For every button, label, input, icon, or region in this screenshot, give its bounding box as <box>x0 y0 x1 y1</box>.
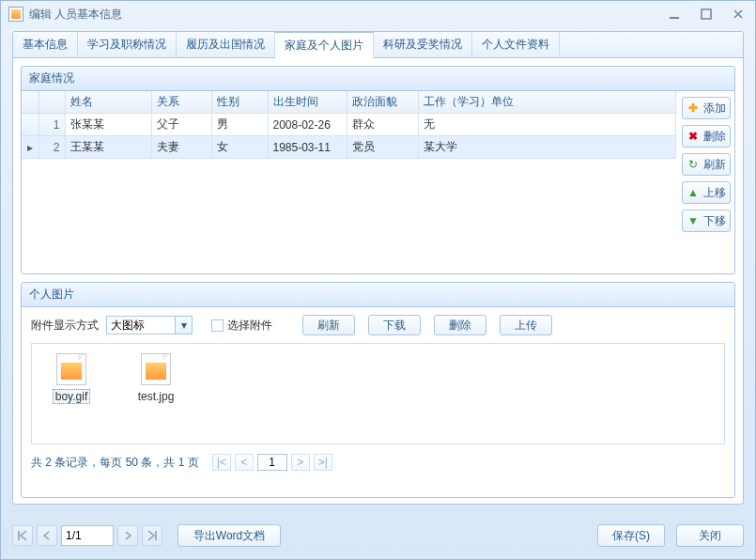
col-workplace[interactable]: 工作（学习）单位 <box>418 91 676 114</box>
col-name[interactable]: 姓名 <box>65 91 151 114</box>
close-dialog-button[interactable]: 关闭 <box>676 524 744 547</box>
row-indicator: ▸ <box>22 136 39 159</box>
content-panel: 基本信息 学习及职称情况 履历及出国情况 家庭及个人图片 科研及受奖情况 个人文… <box>12 31 744 505</box>
images-toolbar: 附件显示方式 ▾ 选择附件 刷新 下载 删除 上传 <box>31 315 725 335</box>
img-upload-button[interactable]: 上传 <box>500 315 552 335</box>
row-number: 2 <box>39 136 65 159</box>
nav-position[interactable] <box>61 525 114 546</box>
thumbnail-item[interactable]: boy.gif <box>41 353 101 434</box>
tab-family[interactable]: 家庭及个人图片 <box>275 32 374 58</box>
cell-gender[interactable]: 女 <box>211 136 268 159</box>
nav-next[interactable] <box>117 525 138 546</box>
table-row[interactable]: 1张某某父子男2008-02-26群众无 <box>22 114 676 136</box>
file-name: test.jpg <box>135 389 177 404</box>
svg-rect-1 <box>702 9 711 19</box>
col-birth[interactable]: 出生时间 <box>268 91 347 114</box>
pager-last[interactable]: >| <box>314 454 332 471</box>
images-pager: 共 2 条记录，每页 50 条，共 1 页 |< < > >| <box>31 454 725 471</box>
x-icon: ✖ <box>687 130 700 143</box>
col-political[interactable]: 政治面貌 <box>347 91 418 114</box>
cell-name[interactable]: 张某某 <box>65 114 151 136</box>
cell-workplace[interactable]: 某大学 <box>418 136 676 159</box>
pager-first[interactable]: |< <box>212 454 231 471</box>
display-mode-combo[interactable]: ▾ <box>106 316 193 334</box>
cell-gender[interactable]: 男 <box>211 114 268 136</box>
tab-study[interactable]: 学习及职称情况 <box>78 32 177 57</box>
nav-first[interactable] <box>12 525 33 546</box>
images-title: 个人图片 <box>22 283 734 307</box>
thumbnail-item[interactable]: test.jpg <box>126 353 186 434</box>
display-mode-label: 附件显示方式 <box>31 318 99 334</box>
cell-workplace[interactable]: 无 <box>418 114 676 136</box>
display-mode-input[interactable] <box>106 316 176 334</box>
file-icon <box>141 353 171 385</box>
close-button[interactable] <box>729 7 748 22</box>
select-attachment-checkbox[interactable] <box>211 319 224 332</box>
cell-birth[interactable]: 1985-03-11 <box>268 136 347 159</box>
arrow-down-icon: ▼ <box>687 214 700 227</box>
export-word-button[interactable]: 导出Word文档 <box>177 524 281 547</box>
select-attachment-label: 选择附件 <box>227 319 272 332</box>
tab-files[interactable]: 个人文件资料 <box>472 32 560 57</box>
col-relation[interactable]: 关系 <box>151 91 211 114</box>
save-button[interactable]: 保存(S) <box>597 524 665 547</box>
record-navigator <box>12 525 162 546</box>
chevron-down-icon[interactable]: ▾ <box>176 316 193 334</box>
cell-birth[interactable]: 2008-02-26 <box>268 114 347 136</box>
minimize-button[interactable] <box>665 7 684 22</box>
delete-button[interactable]: ✖删除 <box>682 125 731 148</box>
footer: 导出Word文档 保存(S) 关闭 <box>12 521 744 550</box>
cell-relation[interactable]: 夫妻 <box>151 136 211 159</box>
img-download-button[interactable]: 下载 <box>368 315 421 335</box>
cell-political[interactable]: 群众 <box>347 114 418 136</box>
family-grid[interactable]: 姓名 关系 性别 出生时间 政治面貌 工作（学习）单位 1张某某父子男2008-… <box>22 91 676 275</box>
add-button[interactable]: ✚添加 <box>682 97 731 119</box>
pager-summary: 共 2 条记录，每页 50 条，共 1 页 <box>31 455 199 471</box>
app-icon <box>8 7 23 22</box>
tab-basic[interactable]: 基本信息 <box>13 32 78 57</box>
refresh-button[interactable]: ↻刷新 <box>682 153 731 176</box>
img-refresh-button[interactable]: 刷新 <box>302 315 355 335</box>
nav-last[interactable] <box>142 525 162 546</box>
table-row[interactable]: ▸2王某某夫妻女1985-03-11党员某大学 <box>22 136 676 159</box>
pager-page-input[interactable] <box>257 454 287 471</box>
row-indicator <box>22 114 39 136</box>
img-delete-button[interactable]: 删除 <box>434 315 486 335</box>
svg-rect-0 <box>670 17 679 19</box>
tab-panel: 家庭情况 姓名 关系 性别 <box>13 58 743 504</box>
tab-bar: 基本信息 学习及职称情况 履历及出国情况 家庭及个人图片 科研及受奖情况 个人文… <box>13 32 743 58</box>
row-number: 1 <box>39 114 65 136</box>
file-icon <box>56 353 86 385</box>
nav-prev[interactable] <box>37 525 57 546</box>
family-side-buttons: ✚添加 ✖删除 ↻刷新 ▲上移 ▼下移 <box>676 91 734 275</box>
tab-research[interactable]: 科研及受奖情况 <box>374 32 472 57</box>
arrow-up-icon: ▲ <box>687 186 700 199</box>
col-gender[interactable]: 性别 <box>211 91 268 114</box>
tab-resume[interactable]: 履历及出国情况 <box>177 32 275 57</box>
col-rownum <box>39 91 65 114</box>
thumbnail-area[interactable]: boy.giftest.jpg <box>31 343 725 444</box>
move-up-button[interactable]: ▲上移 <box>682 181 731 204</box>
images-group: 个人图片 附件显示方式 ▾ 选择附件 刷新 下载 删除 上传 <box>21 282 735 498</box>
cell-relation[interactable]: 父子 <box>151 114 211 136</box>
select-attachment-wrapper[interactable]: 选择附件 <box>211 318 272 334</box>
family-group: 家庭情况 姓名 关系 性别 <box>21 66 735 274</box>
col-indicator <box>22 91 39 114</box>
move-down-button[interactable]: ▼下移 <box>682 210 731 232</box>
titlebar: 编辑 人员基本信息 <box>1 1 755 27</box>
cell-name[interactable]: 王某某 <box>65 136 151 159</box>
family-title: 家庭情况 <box>22 67 734 91</box>
plus-icon: ✚ <box>687 101 700 115</box>
window: 编辑 人员基本信息 基本信息 学习及职称情况 履历及出国情况 家庭及个人图片 科… <box>0 0 756 560</box>
refresh-icon: ↻ <box>687 158 700 171</box>
window-title: 编辑 人员基本信息 <box>29 7 122 23</box>
pager-prev[interactable]: < <box>235 454 254 471</box>
cell-political[interactable]: 党员 <box>347 136 418 159</box>
maximize-button[interactable] <box>697 7 716 22</box>
pager-next[interactable]: > <box>291 454 310 471</box>
file-name: boy.gif <box>53 389 90 404</box>
